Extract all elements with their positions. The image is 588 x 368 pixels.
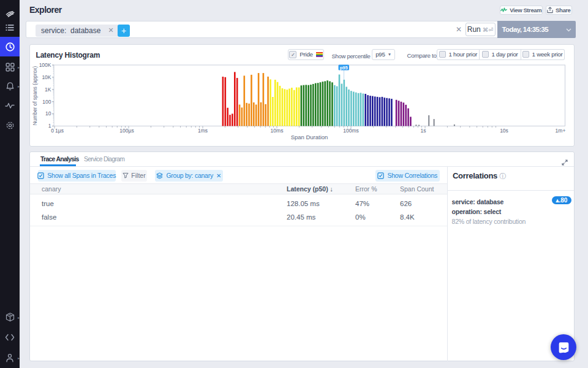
svg-text:1K: 1K	[45, 86, 51, 93]
svg-text:100K: 100K	[39, 62, 51, 68]
svg-text:10s: 10s	[500, 128, 508, 134]
svg-text:1m+: 1m+	[556, 128, 566, 134]
svg-text:100: 100	[42, 99, 51, 105]
svg-text:10K: 10K	[42, 74, 51, 80]
svg-text:Span Duration: Span Duration	[291, 134, 328, 140]
svg-text:Number of spans (approx): Number of spans (approx)	[32, 66, 38, 126]
svg-text:1µs: 1µs	[55, 128, 64, 134]
svg-text:100µs: 100µs	[119, 128, 134, 134]
svg-text:10: 10	[45, 110, 51, 117]
svg-text:0: 0	[51, 128, 54, 134]
svg-text:p95: p95	[340, 65, 348, 71]
